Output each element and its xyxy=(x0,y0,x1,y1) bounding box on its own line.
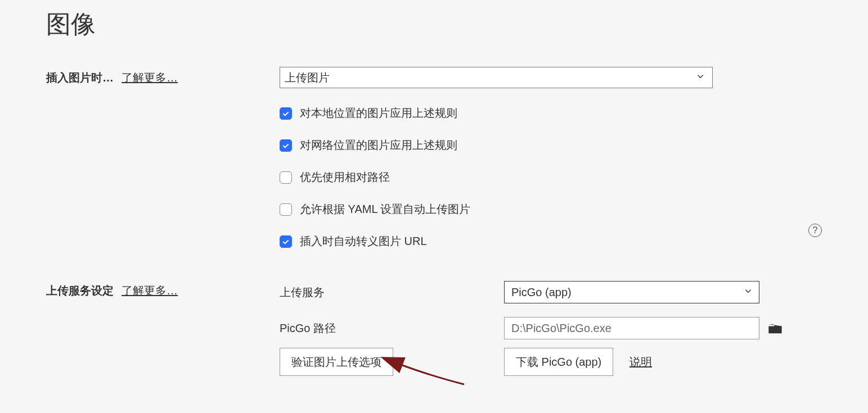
picgo-path-label: PicGo 路径 xyxy=(280,321,504,336)
checkbox-label: 允许根据 YAML 设置自动上传图片 xyxy=(300,202,470,217)
checkbox-network-images[interactable] xyxy=(280,139,292,152)
upload-service-selected-value: PicGo (app) xyxy=(511,286,572,299)
download-picgo-button[interactable]: 下载 PicGo (app) xyxy=(504,348,613,376)
folder-icon[interactable] xyxy=(767,321,783,335)
verify-upload-button-label: 验证图片上传选项 xyxy=(291,355,381,370)
upload-service-select[interactable]: PicGo (app) xyxy=(504,281,759,303)
learn-more-link-insert[interactable]: 了解更多… xyxy=(122,70,178,85)
checkbox-label: 对本地位置的图片应用上述规则 xyxy=(300,106,457,121)
chevron-down-icon xyxy=(743,286,753,299)
checkbox-row: 优先使用相对路径 xyxy=(280,170,470,185)
verify-upload-button[interactable]: 验证图片上传选项 xyxy=(280,348,393,376)
help-icon[interactable]: ? xyxy=(808,224,822,237)
insert-image-select[interactable]: 上传图片 xyxy=(280,67,713,88)
chevron-down-icon xyxy=(695,71,705,84)
checkbox-yaml-auto-upload[interactable] xyxy=(280,203,292,216)
upload-service-field-label: 上传服务 xyxy=(280,285,504,300)
picgo-path-value: D:\PicGo\PicGo.exe xyxy=(511,322,611,335)
checkbox-relative-path[interactable] xyxy=(280,171,292,184)
insert-image-checkboxes: 对本地位置的图片应用上述规则 对网络位置的图片应用上述规则 优先使用相对路径 允… xyxy=(280,106,470,249)
checkbox-label: 对网络位置的图片应用上述规则 xyxy=(300,138,457,153)
checkbox-row: 插入时自动转义图片 URL xyxy=(280,234,470,249)
checkbox-label: 插入时自动转义图片 URL xyxy=(300,234,427,249)
checkbox-row: 对网络位置的图片应用上述规则 xyxy=(280,138,470,153)
checkbox-row: 对本地位置的图片应用上述规则 xyxy=(280,106,470,121)
insert-image-label: 插入图片时… xyxy=(46,70,114,85)
checkbox-local-images[interactable] xyxy=(280,107,292,120)
picgo-path-input[interactable]: D:\PicGo\PicGo.exe xyxy=(504,317,759,339)
upload-service-label: 上传服务设定 xyxy=(46,283,114,298)
page-title: 图像 xyxy=(46,8,96,41)
checkbox-row: 允许根据 YAML 设置自动上传图片 xyxy=(280,202,470,217)
checkbox-label: 优先使用相对路径 xyxy=(300,170,390,185)
download-picgo-button-label: 下载 PicGo (app) xyxy=(516,355,601,370)
learn-more-link-upload[interactable]: 了解更多… xyxy=(122,283,178,298)
insert-image-selected-value: 上传图片 xyxy=(285,70,330,85)
description-link[interactable]: 说明 xyxy=(629,355,652,370)
checkbox-auto-escape-url[interactable] xyxy=(280,235,292,248)
